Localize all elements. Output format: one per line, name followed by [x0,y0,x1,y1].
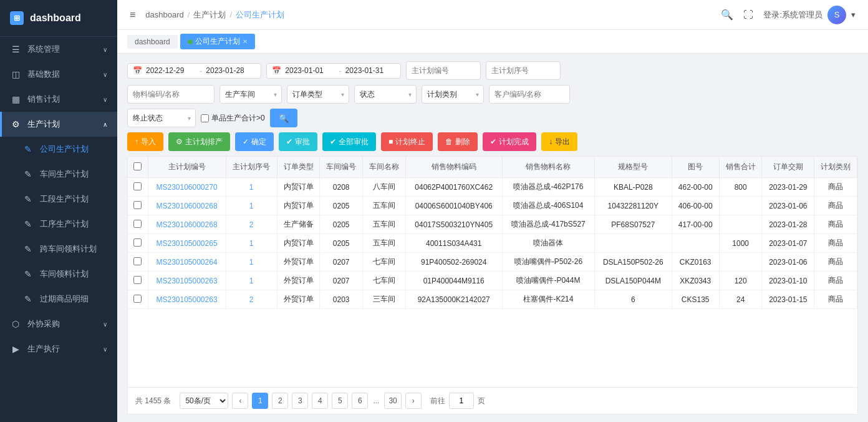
cell-spec: PF68S07527 [595,215,672,234]
select-all-checkbox[interactable] [133,162,142,170]
date2-end-input[interactable] [345,66,395,75]
main-plan-prod-button[interactable]: ⚙ 主计划排产 [168,132,230,151]
row-checkbox-cell[interactable] [128,234,148,253]
breadcrumb-prod-plan[interactable]: 生产计划 [193,9,226,21]
page-3-btn[interactable]: 3 [292,393,308,409]
sidebar-logo[interactable]: ⊞ dashboard [0,0,117,37]
page-1-btn[interactable]: 1 [252,393,268,409]
date2-start-input[interactable] [285,66,335,75]
workshop-select[interactable]: 生产车间 [219,85,282,104]
approve-all-button[interactable]: ✔ 全部审批 [322,132,376,151]
plan-code-input[interactable] [406,61,481,80]
sidebar-item-workshop-prod[interactable]: ✎ 车间生产计划 [0,162,117,187]
cell-plan-no[interactable]: MS230106000268 [148,215,226,234]
sidebar-item-sales-plan[interactable]: ▦ 销售计划 ∨ [0,87,117,112]
tab-close-icon[interactable]: ✕ [243,38,248,45]
stop-plan-button[interactable]: ■ 计划终止 [381,132,433,151]
cell-plan-seq[interactable]: 1 [226,178,277,197]
cell-sales-total [719,253,762,272]
page-2-btn[interactable]: 2 [272,393,288,409]
single-prod-checkbox-label[interactable]: 单品生产合计>0 [201,113,265,124]
row-checkbox[interactable] [133,295,142,303]
complete-plan-button[interactable]: ✔ 计划完成 [483,132,536,151]
material-input[interactable] [127,85,215,104]
row-checkbox-cell[interactable] [128,215,148,234]
cell-plan-seq[interactable]: 1 [226,272,277,290]
page-last-btn[interactable]: 30 [384,393,401,409]
row-checkbox[interactable] [133,182,142,190]
plan-seq-input[interactable] [486,61,561,80]
row-checkbox-cell[interactable] [128,197,148,215]
nav-menu-icon[interactable]: ≡ [130,9,135,21]
plan-type-select[interactable]: 计划类别 [422,85,484,104]
import-button[interactable]: ↑ 导入 [127,132,163,151]
status-select[interactable]: 状态 [354,85,417,104]
sidebar-group-base: ◫ 基础数据 ∨ [0,62,117,87]
date1-start-input[interactable] [146,66,196,75]
cell-plan-seq[interactable]: 1 [226,253,277,272]
page-next-btn[interactable]: › [405,393,422,409]
page-unit: 页 [478,396,485,406]
row-checkbox[interactable] [133,220,142,228]
row-checkbox[interactable] [133,257,142,265]
cell-plan-no[interactable]: MS230105000264 [148,253,226,272]
sidebar-item-cross-workshop[interactable]: ✎ 跨车间领料计划 [0,237,117,262]
goto-input[interactable] [449,393,474,409]
row-checkbox[interactable] [133,238,142,247]
breadcrumb-dashboard[interactable]: dashboard [145,10,183,19]
table-scroll[interactable]: 主计划编号 主计划序号 订单类型 车间编号 车间名称 销售物料编码 销售物料名称… [128,157,857,387]
sidebar-item-expired-goods[interactable]: ✎ 过期商品明细 [0,287,117,312]
per-page-select[interactable]: 50条/页 100条/页 [180,393,228,409]
row-checkbox-cell[interactable] [128,178,148,197]
cell-plan-no[interactable]: MS230105000265 [148,234,226,253]
sales-icon: ▦ [10,94,21,105]
end-status-select[interactable]: 终止状态 [127,109,196,127]
sidebar-item-workshop-material[interactable]: ✎ 车间领料计划 [0,262,117,287]
page-4-btn[interactable]: 4 [312,393,328,409]
order-type-select[interactable]: 订单类型 [287,85,349,104]
row-checkbox-cell[interactable] [128,272,148,290]
th-checkbox[interactable] [128,157,148,178]
cell-plan-no[interactable]: MS230106000268 [148,197,226,215]
single-prod-checkbox[interactable] [201,114,209,122]
sidebar-item-process-prod[interactable]: ✎ 工序生产计划 [0,212,117,237]
tab-company-prod[interactable]: 公司生产计划 ✕ [180,34,255,49]
data-table-container: 主计划编号 主计划序号 订单类型 车间编号 车间名称 销售物料编码 销售物料名称… [127,156,858,415]
sidebar-item-prod-exec[interactable]: ▶ 生产执行 ∨ [0,336,117,361]
page-5-btn[interactable]: 5 [332,393,348,409]
customer-input[interactable] [489,85,570,104]
header-search-icon[interactable]: 🔍 [721,9,733,21]
row-checkbox-cell[interactable] [128,253,148,272]
cell-plan-no[interactable]: MS230105000263 [148,272,226,290]
export-button[interactable]: ↓ 导出 [541,132,577,151]
approve-button[interactable]: ✔ 审批 [279,132,317,151]
confirm-button[interactable]: ✓ 确定 [235,132,274,151]
sidebar-item-outsource[interactable]: ⬡ 外协采购 ∨ [0,312,117,336]
cell-plan-no[interactable]: MS230106000270 [148,178,226,197]
row-checkbox-cell[interactable] [128,290,148,309]
date1-end-input[interactable] [206,66,256,75]
end-status-wrapper: 终止状态 [127,109,196,127]
header-fullscreen-icon[interactable]: ⛶ [743,9,753,21]
sidebar-item-base-data[interactable]: ◫ 基础数据 ∨ [0,62,117,87]
search-button[interactable]: 🔍 [270,109,297,127]
page-prev-btn[interactable]: ‹ [232,393,248,409]
cell-plan-seq[interactable]: 2 [226,215,277,234]
row-checkbox[interactable] [133,276,142,284]
sidebar-item-system[interactable]: ☰ 系统管理 ∨ [0,37,117,62]
cell-plan-seq[interactable]: 1 [226,234,277,253]
row-checkbox[interactable] [133,201,142,209]
sidebar-item-company-prod[interactable]: ✎ 公司生产计划 [0,137,117,162]
page-dots: ... [372,396,380,405]
tab-dashboard[interactable]: dashboard [127,35,178,49]
table-row: MS230106000268 1 内贸订单 0205 五车间 04006S600… [128,197,857,215]
sidebar-item-prod-plan[interactable]: ⚙ 生产计划 ∧ [0,112,117,137]
delete-button[interactable]: 🗑 删除 [438,132,478,151]
cell-plan-no[interactable]: MS230105000263 [148,290,226,309]
base-arrow-icon: ∨ [103,71,107,78]
page-6-btn[interactable]: 6 [352,393,368,409]
sidebar-item-section-prod[interactable]: ✎ 工段生产计划 [0,187,117,212]
cell-plan-seq[interactable]: 2 [226,290,277,309]
header-user[interactable]: 登录:系统管理员 S ▾ [763,6,856,24]
cell-plan-seq[interactable]: 1 [226,197,277,215]
